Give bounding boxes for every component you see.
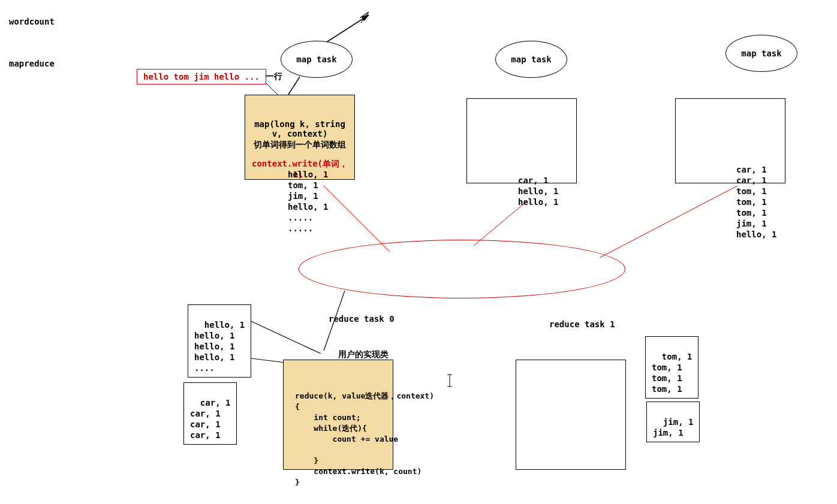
svg-line-3 bbox=[324, 186, 390, 252]
group-car-text: car, 1 car, 1 car, 1 car, 1 bbox=[190, 398, 230, 440]
map1-outputs: hello, 1 tom, 1 jim, 1 hello, 1 ..... ..… bbox=[288, 169, 328, 234]
reduce-code: reduce(k, value迭代器，context) { int count;… bbox=[295, 391, 434, 488]
map-task-label-1: map task bbox=[296, 55, 336, 64]
map-box-2 bbox=[466, 98, 577, 183]
input-line-text: hello tom jim hello ... bbox=[143, 72, 260, 82]
map-function-box: map(long k, string v, context) 切单词得到一个单词… bbox=[245, 95, 355, 180]
map-task-ellipse-1: map task bbox=[281, 41, 353, 78]
map3-outputs: car, 1 car, 1 tom, 1 tom, 1 tom, 1 jim, … bbox=[736, 164, 776, 240]
title-wordcount: wordcount bbox=[9, 17, 55, 26]
input-line-box: hello tom jim hello ... bbox=[137, 69, 266, 84]
svg-line-0 bbox=[327, 15, 369, 42]
svg-line-5 bbox=[600, 186, 737, 258]
map2-outputs: car, 1 hello, 1 hello, 1 bbox=[518, 175, 558, 207]
map-func-sig: map(long k, string v, context) bbox=[250, 119, 350, 138]
map-task-ellipse-2: map task bbox=[495, 41, 567, 78]
reduce-task-1-label: reduce task 1 bbox=[549, 319, 615, 329]
svg-line-4 bbox=[474, 201, 528, 246]
group-jim-text: jim, 1 jim, 1 bbox=[653, 417, 693, 437]
reduce-task-0-label: reduce task 0 bbox=[329, 314, 395, 324]
input-line-label: 一行 bbox=[266, 71, 282, 82]
map-task-ellipse-3: map task bbox=[725, 35, 797, 72]
group-hello-box: hello, 1 hello, 1 hello, 1 hello, 1 .... bbox=[188, 304, 251, 378]
group-hello-text: hello, 1 hello, 1 hello, 1 hello, 1 .... bbox=[194, 320, 245, 373]
group-tom-text: tom, 1 tom, 1 tom, 1 tom, 1 bbox=[652, 352, 692, 394]
group-car-box: car, 1 car, 1 car, 1 car, 1 bbox=[183, 382, 237, 445]
map-func-desc: 切单词得到一个单词数组 bbox=[250, 140, 350, 150]
group-tom-box: tom, 1 tom, 1 tom, 1 tom, 1 bbox=[645, 336, 698, 399]
map-task-label-3: map task bbox=[741, 49, 781, 58]
group-jim-box: jim, 1 jim, 1 bbox=[646, 402, 700, 442]
title-mapreduce: mapreduce bbox=[9, 59, 55, 68]
map-task-label-2: map task bbox=[511, 55, 551, 64]
shuffle-ellipse bbox=[299, 240, 625, 298]
reduce-box-1 bbox=[516, 360, 626, 470]
user-class-label: 用户的实现类 bbox=[338, 349, 389, 360]
